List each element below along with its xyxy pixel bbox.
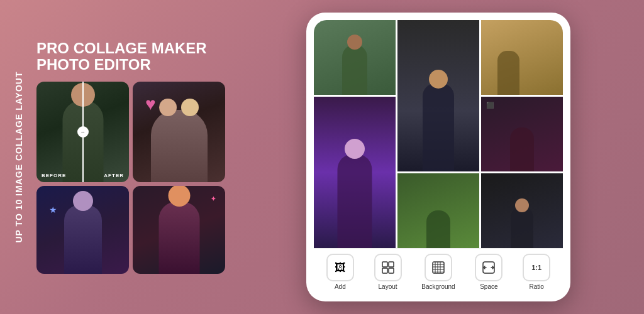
toolbar-space[interactable]: Space xyxy=(475,254,502,290)
vertical-text: Up to 10 Image Collage Layout xyxy=(13,71,23,242)
svg-rect-3 xyxy=(389,268,394,273)
svg-rect-2 xyxy=(382,268,387,273)
phone-inner: ⬛ 🖼 xyxy=(314,20,563,294)
ratio-icon: 1:1 xyxy=(531,264,541,271)
svg-rect-0 xyxy=(382,262,387,267)
before-after-cell: ↔ BEFORE AFTER xyxy=(36,82,129,182)
ratio-icon-box: 1:1 xyxy=(523,254,550,281)
add-icon-box: 🖼 xyxy=(326,254,354,281)
ratio-label: Ratio xyxy=(529,283,543,290)
after-label: AFTER xyxy=(104,173,124,178)
background-icon xyxy=(431,261,445,274)
phone-photo-5: ⬛ xyxy=(481,97,563,171)
toolbar-layout[interactable]: Layout xyxy=(374,254,402,290)
phone-photo-7 xyxy=(481,173,563,248)
wedding-photo-cell: ♥ xyxy=(133,82,225,182)
space-label: Space xyxy=(480,283,497,290)
toolbar-background[interactable]: Background xyxy=(421,254,455,290)
space-icon xyxy=(482,261,496,274)
phone-mockup: ⬛ 🖼 xyxy=(306,13,570,301)
before-after-labels: BEFORE AFTER xyxy=(36,82,129,182)
phone-photo-1 xyxy=(314,20,396,95)
title-block: PRO COLLAGE MAKER PHOTO EDITOR xyxy=(36,40,207,73)
heart-decoration: ♥ xyxy=(145,94,156,114)
neon-girl-cell: ✦ xyxy=(133,186,225,274)
phone-photo-3 xyxy=(481,20,563,95)
vertical-text-wrap: Up to 10 Image Collage Layout xyxy=(5,31,31,283)
layout-icon-box xyxy=(374,254,402,281)
space-icon-box xyxy=(475,254,502,281)
right-section: ⬛ 🖼 xyxy=(233,13,644,301)
toolbar-ratio[interactable]: 1:1 Ratio xyxy=(523,254,550,290)
title-line2: PHOTO EDITOR xyxy=(36,57,207,73)
layout-icon xyxy=(381,261,395,274)
blue-girl-cell: ★ xyxy=(36,186,129,274)
phone-toolbar: 🖼 Add Layout xyxy=(314,248,563,294)
phone-photo-4 xyxy=(314,97,396,248)
app-container: Up to 10 Image Collage Layout PRO COLLAG… xyxy=(0,0,644,314)
add-icon: 🖼 xyxy=(335,261,346,274)
before-label: BEFORE xyxy=(42,173,66,178)
phone-photo-2 xyxy=(397,20,479,171)
svg-rect-4 xyxy=(433,262,444,273)
phone-collage: ⬛ xyxy=(314,20,563,248)
background-icon-box xyxy=(425,254,452,281)
left-section: PRO COLLAGE MAKER PHOTO EDITOR ↔ BEFORE … xyxy=(31,40,233,274)
collage-grid: ↔ BEFORE AFTER ♥ ★ xyxy=(36,82,225,274)
title-line1: PRO COLLAGE MAKER xyxy=(36,40,207,57)
toolbar-add[interactable]: 🖼 Add xyxy=(326,254,354,290)
svg-rect-1 xyxy=(389,262,394,267)
phone-photo-6 xyxy=(397,173,479,248)
layout-label: Layout xyxy=(379,283,397,290)
background-label: Background xyxy=(421,283,455,290)
add-label: Add xyxy=(335,283,346,290)
